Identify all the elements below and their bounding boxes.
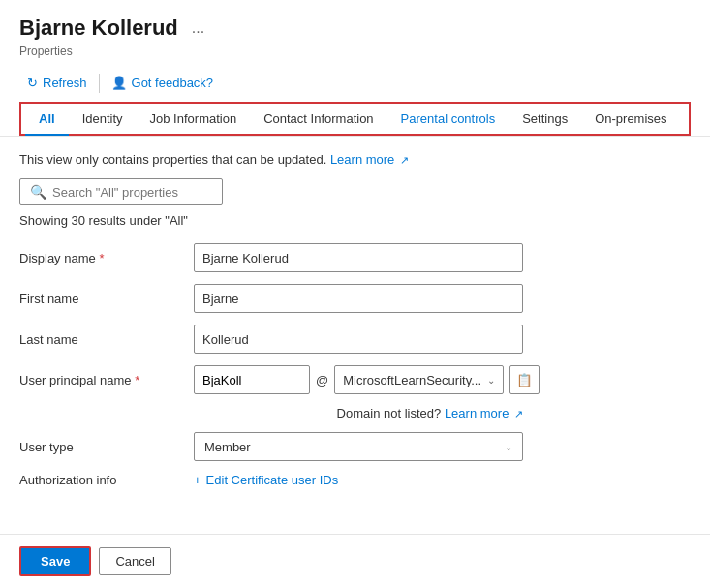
feedback-button[interactable]: 👤 Got feedback?: [104, 72, 222, 94]
search-input[interactable]: [52, 185, 212, 200]
upn-required-asterisk: *: [135, 373, 139, 387]
search-icon: 🔍: [30, 184, 46, 200]
at-sign: @: [316, 373, 328, 387]
save-button[interactable]: Save: [19, 546, 91, 576]
breadcrumb: Properties: [19, 45, 691, 58]
upn-label: User principal name *: [19, 373, 194, 387]
copy-button[interactable]: 📋: [509, 365, 540, 394]
results-text: Showing 30 results under "All": [19, 213, 691, 228]
plus-icon: +: [194, 473, 201, 487]
external-link-icon: ↗: [400, 154, 409, 167]
display-name-label: Display name *: [19, 251, 194, 265]
auth-info-row: Authorization info + Edit Certificate us…: [19, 473, 691, 487]
first-name-label: First name: [19, 292, 194, 306]
first-name-input[interactable]: [194, 284, 523, 313]
edit-certificate-button[interactable]: + Edit Certificate user IDs: [194, 473, 338, 487]
last-name-input[interactable]: [194, 325, 523, 354]
user-type-dropdown[interactable]: Member ⌄: [194, 432, 523, 461]
first-name-row: First name: [19, 284, 691, 313]
footer: Save Cancel: [0, 534, 710, 588]
domain-dropdown[interactable]: MicrosoftLearnSecurity... ⌄: [334, 365, 504, 394]
last-name-label: Last name: [19, 332, 194, 347]
tab-settings[interactable]: Settings: [509, 104, 581, 136]
toolbar-divider: [99, 74, 100, 93]
refresh-label: Refresh: [43, 76, 87, 90]
page-container: Bjarne Kollerud ... Properties ↻ Refresh…: [0, 0, 710, 588]
tab-contact-information[interactable]: Contact Information: [250, 104, 386, 136]
required-asterisk: *: [99, 251, 104, 265]
upn-username-input[interactable]: [194, 365, 310, 394]
header: Bjarne Kollerud ... Properties ↻ Refresh…: [0, 0, 710, 137]
last-name-row: Last name: [19, 325, 691, 354]
auth-info-label: Authorization info: [19, 473, 194, 487]
display-name-input[interactable]: [194, 243, 523, 272]
upn-row: User principal name * @ MicrosoftLearnSe…: [19, 365, 691, 394]
user-type-value: Member: [204, 440, 251, 454]
ellipsis-button[interactable]: ...: [186, 17, 210, 39]
domain-not-listed-row: Domain not listed? Learn more ↗: [19, 406, 523, 420]
tabs-bar: All Identity Job Information Contact Inf…: [19, 102, 691, 136]
user-type-row: User type Member ⌄: [19, 432, 691, 461]
refresh-button[interactable]: ↻ Refresh: [19, 72, 95, 94]
search-box[interactable]: 🔍: [19, 178, 223, 205]
upn-input-group: @ MicrosoftLearnSecurity... ⌄ 📋: [194, 365, 540, 394]
cancel-button[interactable]: Cancel: [99, 547, 170, 575]
domain-text: MicrosoftLearnSecurity...: [343, 373, 481, 387]
feedback-icon: 👤: [111, 76, 127, 90]
tab-identity[interactable]: Identity: [69, 104, 137, 136]
copy-icon: 📋: [516, 373, 533, 387]
refresh-icon: ↻: [27, 76, 38, 90]
info-text: This view only contains properties that …: [19, 152, 691, 167]
display-name-row: Display name *: [19, 243, 691, 272]
toolbar: ↻ Refresh 👤 Got feedback?: [19, 66, 691, 100]
tab-all[interactable]: All: [25, 104, 69, 136]
tab-job-information[interactable]: Job Information: [137, 104, 251, 136]
tab-on-premises[interactable]: On-premises: [581, 104, 680, 136]
tab-parental-controls[interactable]: Parental controls: [387, 104, 509, 136]
user-type-chevron-icon: ⌄: [505, 442, 512, 452]
content-area: This view only contains properties that …: [0, 137, 710, 534]
title-row: Bjarne Kollerud ...: [19, 15, 691, 41]
feedback-label: Got feedback?: [132, 76, 214, 90]
learn-more-link[interactable]: Learn more ↗: [330, 152, 409, 167]
domain-learn-more-link[interactable]: Learn more ↗: [445, 406, 523, 420]
chevron-down-icon: ⌄: [487, 375, 495, 386]
external-link-icon-2: ↗: [514, 408, 523, 420]
user-type-label: User type: [19, 440, 194, 454]
page-title: Bjarne Kollerud: [19, 15, 178, 41]
edit-cert-label: Edit Certificate user IDs: [206, 473, 339, 487]
